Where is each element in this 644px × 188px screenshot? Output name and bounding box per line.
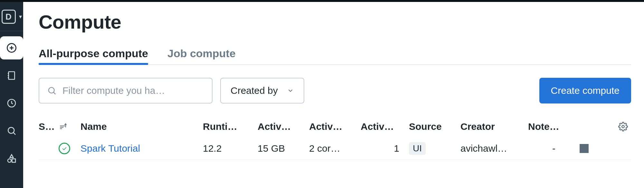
col-creator[interactable]: Creator <box>460 121 528 132</box>
dropdown-label: Created by <box>231 85 278 96</box>
color-square-icon <box>580 144 589 153</box>
gear-icon <box>618 122 628 131</box>
cell-runtime: 12.2 <box>203 143 258 154</box>
source-chip: UI <box>409 142 426 155</box>
main-content: Compute All-purpose compute Job compute … <box>23 0 644 188</box>
col-active-mem[interactable]: Activ… <box>258 121 309 132</box>
sidebar-recents[interactable] <box>0 92 23 115</box>
table-row[interactable]: Spark Tutorial 12.2 15 GB 2 cor… 1 UI av… <box>39 137 631 160</box>
svg-rect-12 <box>12 159 15 162</box>
tabs: All-purpose compute Job compute <box>39 47 631 65</box>
created-by-dropdown[interactable]: Created by <box>220 78 304 103</box>
cell-color <box>580 144 612 153</box>
col-notebooks[interactable]: Note… <box>528 121 580 132</box>
cell-notebooks: - <box>528 143 580 154</box>
search-icon <box>6 126 17 136</box>
svg-line-14 <box>53 92 55 94</box>
col-state[interactable]: S… <box>39 121 80 132</box>
svg-rect-3 <box>9 72 15 79</box>
filter-input-wrap[interactable] <box>39 78 213 103</box>
svg-line-9 <box>13 132 15 135</box>
cell-active-nodes: 1 <box>361 143 409 154</box>
compute-table: S… Name Runti… Activ… Activ… Activ… Sour… <box>39 116 631 160</box>
page-title: Compute <box>39 11 631 33</box>
cell-state <box>39 143 80 154</box>
cell-name[interactable]: Spark Tutorial <box>80 143 203 154</box>
svg-point-11 <box>8 159 11 162</box>
sidebar: D ▾ <box>0 0 23 188</box>
svg-marker-10 <box>10 155 14 157</box>
search-icon <box>47 86 57 95</box>
col-active-nodes[interactable]: Activ… <box>361 121 409 132</box>
col-active-cores[interactable]: Activ… <box>309 121 361 132</box>
cell-active-cores: 2 cor… <box>309 143 361 154</box>
table-header: S… Name Runti… Activ… Activ… Activ… Sour… <box>39 116 631 137</box>
caret-down-icon: ▾ <box>19 13 22 20</box>
sidebar-search[interactable] <box>0 119 23 142</box>
chevron-down-icon <box>287 87 294 94</box>
shapes-icon <box>6 153 17 164</box>
sidebar-workspace[interactable] <box>0 64 23 87</box>
controls-row: Created by Create compute <box>39 78 631 103</box>
clock-icon <box>6 98 17 108</box>
status-running-icon <box>59 143 70 154</box>
col-state-label: S… <box>39 121 55 132</box>
tab-all-purpose-compute[interactable]: All-purpose compute <box>39 47 148 64</box>
col-runtime[interactable]: Runti… <box>203 121 258 132</box>
col-name[interactable]: Name <box>80 121 203 132</box>
plus-circle-icon <box>6 42 17 54</box>
create-compute-button[interactable]: Create compute <box>539 78 631 103</box>
workspace-switcher[interactable]: D ▾ <box>2 10 22 24</box>
cell-active-mem: 15 GB <box>258 143 309 154</box>
col-source[interactable]: Source <box>409 121 460 132</box>
svg-point-8 <box>8 127 14 133</box>
sidebar-new-button[interactable] <box>0 36 23 59</box>
tab-job-compute[interactable]: Job compute <box>167 47 236 64</box>
brand-logo: D <box>2 10 16 24</box>
filter-input[interactable] <box>62 85 204 96</box>
svg-point-18 <box>622 125 624 128</box>
notebook-icon <box>6 70 17 81</box>
table-settings[interactable] <box>612 122 631 131</box>
svg-point-13 <box>49 87 54 93</box>
cell-creator: avichawl… <box>460 143 528 154</box>
sidebar-data[interactable] <box>0 147 23 170</box>
sidebar-brand-row: D ▾ <box>0 10 23 31</box>
cell-source: UI <box>409 142 460 155</box>
sort-icon <box>59 122 67 131</box>
